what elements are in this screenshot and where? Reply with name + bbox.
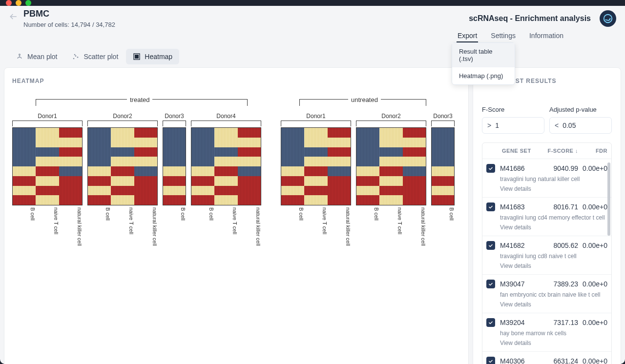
fdr-value: 0.00e+0: [578, 280, 607, 288]
geneset-id: M39204: [500, 319, 544, 326]
tab-settings[interactable]: Settings: [490, 30, 517, 42]
fscore-value: 7389.23: [544, 280, 578, 288]
export-result-table[interactable]: Result table (.tsv): [452, 43, 515, 67]
geneset-desc: travaglini lung cd4 memory effector t ce…: [500, 214, 607, 221]
window-close-button[interactable]: [6, 0, 12, 6]
donor-bracket: [281, 121, 351, 126]
app-title: scRNAseq - Enrichment analysis: [469, 14, 591, 23]
fdr-value: 0.00e+0: [578, 164, 607, 172]
heatmap-facet: Donor4B cellnaive T cellnatural killer c…: [191, 113, 261, 256]
row-checkbox[interactable]: [486, 357, 495, 364]
donor-label: Donor3: [165, 113, 184, 120]
view-details-link[interactable]: View details: [500, 263, 607, 269]
fscore-filter-input[interactable]: >: [482, 117, 544, 134]
cell-count-label: Number of cells: 14,794 / 34,782: [23, 21, 115, 28]
window-minimize-button[interactable]: [16, 0, 21, 6]
celltype-label: naive T cell: [379, 207, 403, 256]
row-checkbox[interactable]: [486, 318, 495, 327]
celltype-label: naive T cell: [304, 207, 328, 256]
geneset-id: M39047: [500, 280, 544, 288]
table-scrollbar[interactable]: [607, 162, 610, 364]
anova-panel: ANOVA TEST RESULTS F-Score > Adjusted p-…: [473, 67, 621, 364]
view-details-link[interactable]: View details: [500, 224, 607, 231]
heatmap-facet: Donor2B cellnaive T cellnatural killer c…: [356, 113, 426, 256]
heatmap-panel: HEATMAP treateduntreatedDonor1B cellnaiv…: [4, 67, 469, 364]
export-heatmap-png[interactable]: Heatmap (.png): [452, 67, 515, 84]
fscore-value: 9040.99: [544, 164, 578, 172]
fdr-value: 0.00e+0: [578, 357, 607, 364]
geneset-desc: hay bone marrow nk cells: [500, 330, 607, 337]
tab-export[interactable]: Export: [457, 30, 478, 42]
view-scatter-plot[interactable]: Scatter plot: [65, 49, 125, 64]
heatmap-facet: Donor3B cell: [431, 113, 455, 256]
export-dropdown: Result table (.tsv) Heatmap (.png): [452, 42, 515, 85]
fscore-filter-op: >: [487, 121, 491, 129]
fscore-value: 8016.71: [544, 203, 578, 211]
heatmap-facet: Donor1B cellnaive T cellnatural killer c…: [12, 113, 83, 256]
heatmap-icon: [133, 53, 141, 61]
col-fdr[interactable]: FDR: [578, 148, 607, 154]
window-titlebar: [0, 0, 625, 6]
back-button[interactable]: [9, 12, 19, 24]
col-geneset[interactable]: GENE SET: [500, 148, 544, 154]
pvalue-filter-value[interactable]: [562, 121, 606, 129]
fdr-value: 0.00e+0: [578, 319, 607, 326]
fdr-value: 0.00e+0: [578, 203, 607, 211]
geneset-id: M41683: [500, 203, 544, 211]
celltype-label: B cell: [281, 207, 304, 256]
svg-point-3: [75, 55, 77, 57]
celltype-label: natural killer cell: [403, 207, 426, 256]
donor-label: Donor4: [216, 113, 235, 120]
heatmap-facet: Donor3B cell: [163, 113, 186, 256]
view-details-link[interactable]: View details: [500, 301, 607, 308]
app-logo: [600, 10, 616, 27]
view-heatmap-label: Heatmap: [145, 53, 172, 61]
celltype-label: naive T cell: [111, 207, 134, 256]
fscore-value: 6631.24: [544, 357, 578, 364]
donor-label: Donor3: [433, 113, 452, 120]
table-row: M40306 6631.24 0.00e+0: [482, 351, 611, 364]
condition-label: untreated: [348, 96, 381, 103]
geneset-desc: fan embryonic ctx brain naive like t cel…: [500, 291, 607, 298]
celltype-label: natural killer cell: [134, 207, 158, 256]
donor-label: Donor2: [381, 113, 400, 120]
geneset-id: M41686: [500, 164, 544, 172]
view-details-link[interactable]: View details: [500, 340, 607, 346]
mean-plot-icon: [16, 53, 23, 61]
view-heatmap[interactable]: Heatmap: [126, 49, 179, 64]
geneset-id: M41682: [500, 242, 544, 249]
fscore-value: 8005.62: [544, 242, 578, 249]
tab-information[interactable]: Information: [528, 30, 564, 42]
heatmap-chart: treateduntreatedDonor1B cellnaive T cell…: [12, 99, 460, 256]
window-maximize-button[interactable]: [25, 0, 31, 6]
table-row: M39047 7389.23 0.00e+0 fan embryonic ctx…: [482, 274, 611, 313]
row-checkbox[interactable]: [486, 164, 495, 173]
heatmap-facet: Donor1B cellnaive T cellnatural killer c…: [281, 113, 351, 256]
col-fscore[interactable]: F-SCORE ↓: [544, 148, 578, 154]
geneset-desc: travaglini lung cd8 naive t cell: [500, 253, 607, 260]
table-row: M41682 8005.62 0.00e+0 travaglini lung c…: [482, 236, 611, 274]
row-checkbox[interactable]: [486, 202, 495, 211]
svg-point-5: [74, 54, 76, 56]
donor-label: Donor2: [113, 113, 132, 120]
svg-point-2: [73, 58, 75, 60]
pvalue-filter-label: Adjusted p-value: [549, 106, 612, 113]
table-row: M41683 8016.71 0.00e+0 travaglini lung c…: [482, 197, 611, 236]
results-table: GENE SET F-SCORE ↓ FDR M41686 9040.99 0.…: [482, 142, 612, 364]
view-details-link[interactable]: View details: [500, 185, 607, 192]
celltype-label: B cell: [191, 207, 214, 256]
heatmap-panel-title: HEATMAP: [12, 78, 460, 84]
fscore-filter-value[interactable]: [495, 121, 539, 129]
geneset-desc: travaglini lung natural killer cell: [500, 176, 607, 182]
view-mean-plot[interactable]: Mean plot: [9, 49, 64, 64]
celltype-label: naive T cell: [36, 207, 59, 256]
row-checkbox[interactable]: [486, 280, 495, 288]
svg-point-4: [77, 57, 79, 58]
svg-point-1: [19, 54, 21, 56]
table-row: M41686 9040.99 0.00e+0 travaglini lung n…: [482, 159, 611, 197]
donor-bracket: [431, 121, 455, 126]
fscore-filter-label: F-Score: [482, 106, 544, 113]
row-checkbox[interactable]: [486, 241, 495, 250]
pvalue-filter-input[interactable]: <: [549, 117, 612, 134]
heatmap-facet: Donor2B cellnaive T cellnatural killer c…: [87, 113, 158, 256]
